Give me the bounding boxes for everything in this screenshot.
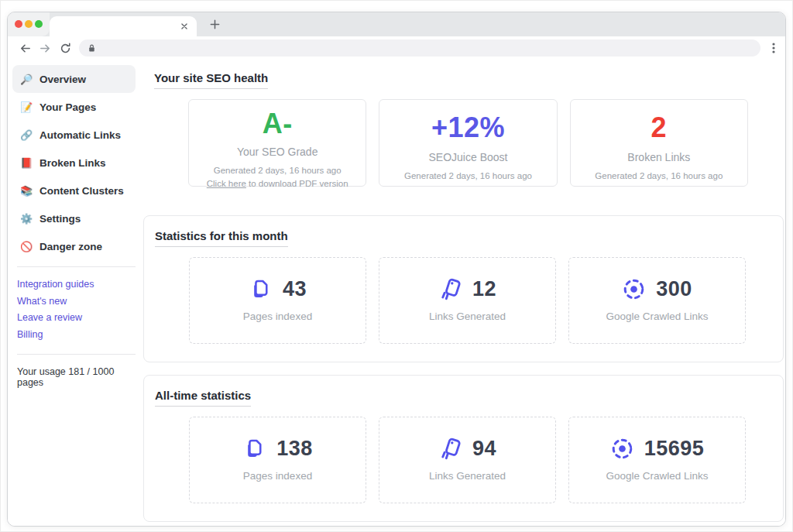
monthly-crawled-links-card: 300 Google Crawled Links (568, 257, 746, 344)
sidebar-item-label: Settings (39, 213, 81, 225)
broken-links-card: 2 Broken Links Generated 2 days, 16 hour… (570, 99, 748, 187)
sidebar-item-label: Broken Links (39, 157, 106, 169)
memo-icon: 📝 (19, 101, 33, 113)
pages-icon (249, 277, 273, 301)
monthly-statistics-heading: Statistics for this month (155, 229, 288, 247)
sidebar-item-automatic-links[interactable]: 🔗 Automatic Links (12, 121, 136, 149)
sidebar-item-label: Your Pages (39, 101, 96, 113)
crawled-icon (610, 437, 634, 461)
alltime-links-generated-card: 94 Links Generated (379, 417, 556, 503)
sidebar-divider (17, 354, 136, 355)
billing-link[interactable]: Billing (17, 327, 136, 344)
monthly-links-generated-value: 12 (472, 277, 496, 301)
monthly-links-generated-label: Links Generated (379, 311, 555, 322)
alltime-links-generated-label: Links Generated (379, 470, 555, 482)
app-body: 🔎 Overview 📝 Your Pages 🔗 Automatic Link… (8, 60, 785, 527)
links-generated-icon (438, 277, 462, 301)
sidebar-item-danger-zone[interactable]: 🚫 Danger zone (12, 232, 136, 260)
seojuice-boost-meta: Generated 2 days, 16 hours ago (379, 170, 556, 183)
zoom-window-button[interactable] (35, 20, 43, 28)
broken-links-label: Broken Links (571, 151, 747, 163)
broken-links-meta: Generated 2 days, 16 hours ago (571, 170, 747, 183)
seo-health-heading: Your site SEO health (154, 71, 268, 89)
whats-new-link[interactable]: What's new (17, 293, 136, 311)
sidebar-item-overview[interactable]: 🔎 Overview (12, 65, 136, 93)
seo-grade-value: A- (189, 109, 366, 139)
sidebar-item-content-clusters[interactable]: 📚 Content Clusters (12, 177, 136, 204)
usage-indicator: Your usage 181 / 1000 pages (12, 366, 136, 388)
link-icon: 🔗 (19, 129, 33, 141)
prohibited-icon: 🚫 (19, 241, 33, 252)
alltime-links-generated-value: 94 (472, 437, 496, 461)
sidebar-item-broken-links[interactable]: 📕 Broken Links (12, 149, 136, 177)
new-tab-icon[interactable] (209, 19, 221, 30)
sidebar: 🔎 Overview 📝 Your Pages 🔗 Automatic Link… (8, 60, 143, 527)
browser-menu-icon[interactable] (768, 42, 779, 54)
gear-icon: ⚙️ (19, 213, 33, 225)
browser-toolbar (8, 36, 785, 60)
browser-tab[interactable] (50, 16, 197, 36)
crawled-icon (622, 277, 646, 301)
sidebar-item-label: Overview (39, 74, 86, 85)
seo-health-cards: A- Your SEO Grade Generated 2 days, 16 h… (188, 99, 748, 187)
seo-grade-label: Your SEO Grade (189, 146, 366, 158)
sidebar-item-your-pages[interactable]: 📝 Your Pages (12, 93, 136, 121)
seo-grade-meta: Generated 2 days, 16 hours ago Click her… (189, 164, 366, 190)
links-generated-icon (438, 437, 462, 461)
red-book-icon: 📕 (19, 157, 33, 169)
seojuice-boost-card: +12% SEOJuice Boost Generated 2 days, 16… (379, 99, 557, 187)
alltime-pages-indexed-label: Pages indexed (190, 470, 366, 482)
books-icon: 📚 (19, 185, 33, 197)
monthly-links-generated-card: 12 Links Generated (379, 257, 556, 344)
monthly-statistics-cards: 43 Pages indexed 12 Links Generated (189, 257, 746, 344)
integration-guides-link[interactable]: Integration guides (17, 276, 136, 293)
alltime-crawled-links-value: 15695 (644, 437, 705, 461)
sidebar-divider (17, 266, 136, 267)
address-bar[interactable] (79, 39, 760, 57)
seojuice-boost-label: SEOJuice Boost (379, 151, 556, 163)
back-icon[interactable] (19, 42, 32, 55)
magnifier-icon: 🔎 (19, 74, 33, 85)
alltime-crawled-links-card: 15695 Google Crawled Links (568, 417, 746, 503)
close-tab-icon[interactable] (179, 21, 190, 32)
monthly-statistics-section: Statistics for this month 43 Pages index… (143, 215, 784, 362)
monthly-crawled-links-label: Google Crawled Links (569, 311, 745, 322)
download-pdf-link[interactable]: Click here (207, 179, 246, 188)
lock-icon (87, 43, 97, 53)
alltime-statistics-heading: All-time statistics (155, 389, 251, 407)
leave-a-review-link[interactable]: Leave a review (17, 310, 136, 327)
reload-icon[interactable] (59, 42, 72, 55)
sidebar-item-label: Automatic Links (39, 129, 121, 141)
monthly-crawled-links-value: 300 (656, 277, 692, 301)
minimize-window-button[interactable] (25, 20, 33, 28)
alltime-statistics-section: All-time statistics 138 Pages indexed (143, 375, 784, 522)
sidebar-item-settings[interactable]: ⚙️ Settings (12, 204, 136, 232)
seojuice-boost-value: +12% (379, 113, 556, 143)
alltime-pages-indexed-card: 138 Pages indexed (189, 417, 366, 503)
browser-window: 🔎 Overview 📝 Your Pages 🔗 Automatic Link… (7, 12, 786, 527)
sidebar-item-label: Danger zone (39, 241, 102, 252)
close-window-button[interactable] (15, 20, 22, 28)
tab-strip (8, 12, 785, 36)
alltime-statistics-cards: 138 Pages indexed 94 Links Generated (189, 417, 746, 503)
alltime-crawled-links-label: Google Crawled Links (569, 470, 745, 482)
forward-icon[interactable] (39, 42, 52, 55)
monthly-pages-indexed-card: 43 Pages indexed (189, 257, 366, 344)
main-content: Your site SEO health A- Your SEO Grade G… (143, 60, 785, 527)
monthly-pages-indexed-label: Pages indexed (190, 311, 366, 322)
broken-links-value: 2 (571, 113, 747, 143)
seo-grade-card: A- Your SEO Grade Generated 2 days, 16 h… (188, 99, 366, 187)
monthly-pages-indexed-value: 43 (283, 277, 307, 301)
pages-icon (242, 437, 266, 461)
alltime-pages-indexed-value: 138 (276, 437, 313, 461)
sidebar-item-label: Content Clusters (39, 185, 124, 197)
